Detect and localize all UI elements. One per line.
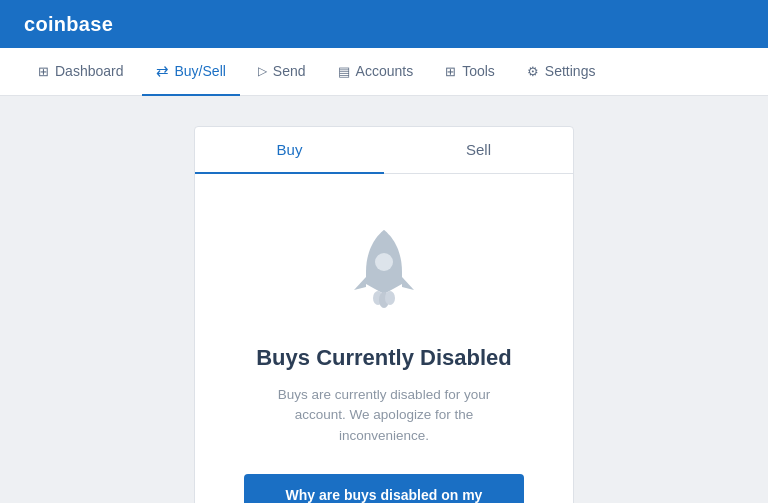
rocket-icon xyxy=(344,222,424,321)
settings-icon: ⚙ xyxy=(527,64,539,79)
main-content: Buy Sell xyxy=(0,96,768,503)
dashboard-icon: ⊞ xyxy=(38,64,49,79)
nav-label-tools: Tools xyxy=(462,63,495,79)
disabled-description: Buys are currently disabled for your acc… xyxy=(264,385,504,446)
nav-item-send[interactable]: ▷ Send xyxy=(244,48,320,96)
nav-label-buysell: Buy/Sell xyxy=(175,63,226,79)
nav-item-dashboard[interactable]: ⊞ Dashboard xyxy=(24,48,138,96)
card-body: Buys Currently Disabled Buys are current… xyxy=(195,174,573,503)
app-logo: coinbase xyxy=(24,13,113,36)
nav-label-dashboard: Dashboard xyxy=(55,63,124,79)
buy-sell-card: Buy Sell xyxy=(194,126,574,503)
svg-point-3 xyxy=(385,291,395,305)
nav-item-buysell[interactable]: ⇄ Buy/Sell xyxy=(142,48,240,96)
send-icon: ▷ xyxy=(258,64,267,78)
accounts-icon: ▤ xyxy=(338,64,350,79)
disabled-title: Buys Currently Disabled xyxy=(256,345,512,371)
card-tabs: Buy Sell xyxy=(195,127,573,174)
app-header: coinbase xyxy=(0,0,768,48)
main-nav: ⊞ Dashboard ⇄ Buy/Sell ▷ Send ▤ Accounts… xyxy=(0,48,768,96)
nav-label-send: Send xyxy=(273,63,306,79)
nav-label-accounts: Accounts xyxy=(356,63,414,79)
tools-icon: ⊞ xyxy=(445,64,456,79)
tab-buy[interactable]: Buy xyxy=(195,127,384,174)
nav-item-settings[interactable]: ⚙ Settings xyxy=(513,48,610,96)
nav-label-settings: Settings xyxy=(545,63,596,79)
svg-point-0 xyxy=(375,253,393,271)
buysell-icon: ⇄ xyxy=(156,62,169,80)
nav-item-tools[interactable]: ⊞ Tools xyxy=(431,48,509,96)
nav-item-accounts[interactable]: ▤ Accounts xyxy=(324,48,428,96)
tab-sell[interactable]: Sell xyxy=(384,127,573,174)
why-disabled-button[interactable]: Why are buys disabled on my account? xyxy=(244,474,524,503)
